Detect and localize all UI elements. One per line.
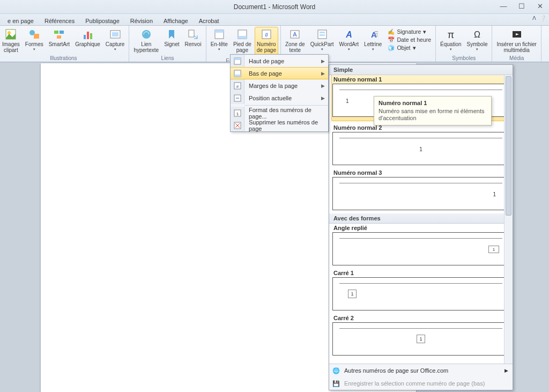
bookmark-icon [165,28,178,41]
crossref-icon [187,28,199,41]
entete-button[interactable]: En-tête▾ [209,27,230,52]
page-top-icon [231,55,244,67]
svg-text:Ω: Ω [474,30,480,39]
format-icon: 1 [231,107,244,119]
gallery-footer: 🌐 Autres numéros de page sur Office.com … [329,364,513,390]
screenshot-icon [109,28,122,41]
gallery-section-formes: Avec des formes [329,213,513,224]
office-icon: 🌐 [332,367,340,374]
titlebar: Document1 - Microsoft Word — ☐ ✕ [0,0,549,14]
page-margins-icon: # [231,79,244,92]
objet-button[interactable]: 🧊Objet ▾ [387,44,431,51]
submenu-marges[interactable]: # Marges de la page▶ [231,79,328,92]
svg-rect-13 [189,30,194,37]
svg-text:#: # [265,32,269,38]
submenu-position-actuelle[interactable]: Position actuelle▶ [231,92,328,104]
svg-rect-11 [112,32,118,36]
object-icon: 🧊 [387,44,395,51]
help-icon[interactable]: ❔ [539,15,547,22]
clipart-icon [4,28,17,41]
group-illustrations: Images clipart Formes▾ SmartArt Graphiqu… [0,26,129,62]
svg-text:A: A [293,31,298,38]
lettrine-button[interactable]: A Lettrine▾ [362,27,384,52]
gallery-item-angle-replie[interactable]: Angle replié 1 [332,224,509,265]
page-bottom-icon [231,68,244,79]
date-icon: 📅 [387,36,395,43]
gallery-more-office[interactable]: 🌐 Autres numéros de page sur Office.com … [329,364,513,377]
svg-rect-3 [34,34,39,39]
gallery-item-normal-3[interactable]: Numéro normal 3 1 [332,168,509,210]
signet-button[interactable]: Signet [162,27,181,48]
footer-icon [236,28,249,41]
svg-point-12 [142,30,151,39]
signature-icon: ✍ [387,28,395,35]
window-controls: — ☐ ✕ [494,0,549,12]
tab-affichage[interactable]: Affichage [158,17,194,25]
submenu-bas-de-page[interactable]: Bas de page▶ [231,67,328,79]
preview-carre-2: 1 [332,322,509,356]
graphique-button[interactable]: Graphique [73,27,102,48]
quickpart-button[interactable]: QuickPart▾ [308,27,336,52]
wordart-icon: A [343,28,355,41]
lien-hypertexte-button[interactable]: Lien hypertexte [131,27,161,54]
svg-text:#: # [236,84,239,89]
smartart-button[interactable]: SmartArt [47,27,72,48]
zone-texte-button[interactable]: A Zone de texte▾ [283,27,307,58]
images-clipart-button[interactable]: Images clipart [0,27,22,54]
media-icon [510,28,523,41]
ribbon-help-area: ᐱ ❔ [532,15,547,22]
svg-rect-34 [234,58,241,60]
svg-text:1: 1 [236,112,239,116]
header-icon [213,28,226,41]
tab-references[interactable]: Références [39,17,80,25]
svg-rect-5 [60,31,64,34]
equation-button[interactable]: π Équation▾ [438,27,463,52]
svg-text:π: π [448,29,454,40]
shapes-icon [28,28,41,41]
svg-rect-15 [215,30,224,33]
renvoi-button[interactable]: Renvoi [183,27,204,48]
close-button[interactable]: ✕ [531,0,549,12]
tab-mise-en-page[interactable]: e en page [2,17,39,25]
gallery-section-simple: Simple [329,65,513,75]
symbole-button[interactable]: Ω Symbole▾ [465,27,490,52]
tooltip-normal-1: Numéro normal 1 Numéro sans mise en form… [374,96,492,125]
capture-button[interactable]: Capture▾ [103,27,127,52]
preview-normal-3: 1 [332,177,509,210]
svg-rect-9 [90,33,92,39]
formes-button[interactable]: Formes▾ [23,27,46,52]
remove-icon [231,119,244,131]
minimize-ribbon-icon[interactable]: ᐱ [532,15,536,22]
tab-revision[interactable]: Révision [125,17,158,25]
svg-rect-4 [54,31,58,34]
tab-acrobat[interactable]: Acrobat [194,17,225,25]
tab-publipostage[interactable]: Publipostage [80,17,125,25]
submenu-format-numeros[interactable]: 1 Format des numéros de page... [231,107,328,119]
numero-de-page-button[interactable]: # Numéro de page▾ [255,27,278,58]
smartart-icon [53,28,65,41]
group-symboles: π Équation▾ Ω Symbole▾ Symboles [436,26,492,62]
minimize-button[interactable]: — [494,0,513,12]
preview-carre-1: 1 [332,277,509,310]
pied-de-page-button[interactable]: Pied de page▾ [231,27,254,58]
chart-icon [81,28,94,41]
scrollbar-thumb[interactable] [506,76,511,216]
svg-rect-8 [87,32,89,39]
gallery-item-carre-2[interactable]: Carré 2 1 [332,314,509,356]
date-heure-button[interactable]: 📅Date et heure [387,36,431,43]
maximize-button[interactable]: ☐ [513,0,531,12]
textbox-icon: A [288,28,301,41]
inserer-fichier-multimedia-button[interactable]: Insérer un fichier multimédia [494,27,538,54]
wordart-button[interactable]: A WordArt▾ [337,27,361,52]
gallery-item-normal-2[interactable]: Numéro normal 2 1 [332,123,509,165]
gallery-item-carre-1[interactable]: Carré 1 1 [332,269,509,310]
page-number-submenu: Haut de page▶ Bas de page▶ # Marges de l… [230,54,329,132]
gallery-scrollbar[interactable] [504,75,513,364]
current-position-icon [231,92,244,104]
submenu-haut-de-page[interactable]: Haut de page▶ [231,55,328,67]
gallery-save-selection: 💾 Enregistrer la sélection comme numéro … [329,377,513,390]
signature-button[interactable]: ✍Signature ▾ [387,28,431,35]
texte-small-stack: ✍Signature ▾ 📅Date et heure 🧊Objet ▾ [385,27,433,53]
svg-rect-23 [320,32,325,33]
submenu-supprimer-numeros[interactable]: Supprimer les numéros de page [231,119,328,131]
